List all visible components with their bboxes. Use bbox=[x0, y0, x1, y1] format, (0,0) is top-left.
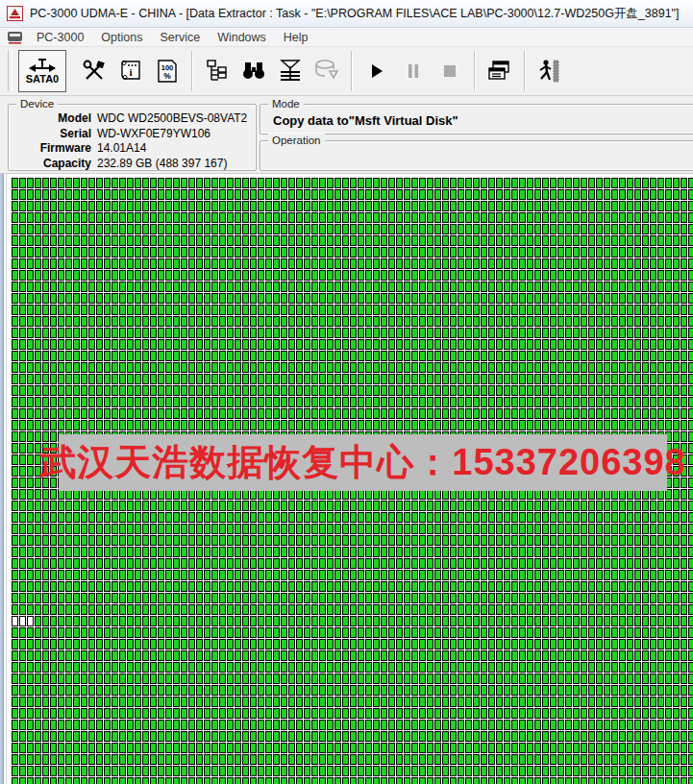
capacity-value: 232.89 GB (488 397 167) bbox=[97, 157, 227, 172]
pause-task-button-disabled bbox=[395, 51, 432, 91]
sata0-port-button[interactable]: SATA0 bbox=[18, 50, 66, 92]
watermark-banner: 武汉天浩数据恢复中心：15337206398 bbox=[59, 434, 667, 491]
capacity-label: Capacity bbox=[9, 157, 97, 172]
save-data-button-disabled bbox=[309, 51, 345, 91]
utility-tools-button[interactable] bbox=[76, 51, 112, 91]
menu-pc-3000[interactable]: PC-3000 bbox=[28, 30, 92, 45]
start-task-button[interactable] bbox=[359, 51, 395, 91]
toolbar-separator bbox=[524, 51, 526, 91]
model-label: Model bbox=[9, 111, 97, 127]
window-left-border bbox=[0, 174, 4, 784]
stop-icon bbox=[443, 64, 457, 78]
menu-windows[interactable]: Windows bbox=[209, 30, 275, 45]
doc-percent-text: % bbox=[163, 71, 171, 81]
tools-icon bbox=[83, 60, 106, 83]
mode-value: Copy data to"Msft Virtual Disk" bbox=[260, 105, 693, 128]
info-glyph: i bbox=[129, 66, 132, 78]
exit-running-man-icon bbox=[537, 59, 562, 84]
menu-service[interactable]: Service bbox=[151, 30, 209, 45]
device-fields: Model WDC WD2500BEVS-08VAT2 Serial WD-WX… bbox=[9, 111, 256, 171]
serial-value: WD-WXF0E79YW106 bbox=[97, 127, 210, 142]
operation-legend: Operation bbox=[268, 134, 325, 147]
exit-task-button[interactable] bbox=[532, 51, 568, 91]
tree-structure-icon bbox=[206, 59, 229, 84]
cascade-windows-icon bbox=[487, 60, 512, 83]
operation-groupbox: Operation bbox=[260, 140, 693, 171]
sata0-label: SATA0 bbox=[26, 73, 59, 85]
firmware-value: 14.01A14 bbox=[97, 141, 146, 157]
scroll-info-icon: i bbox=[118, 59, 143, 84]
watermark-text: 武汉天浩数据恢复中心：15337206398 bbox=[39, 438, 685, 487]
pause-icon bbox=[407, 63, 420, 79]
menu-help[interactable]: Help bbox=[275, 30, 317, 45]
device-legend: Device bbox=[16, 97, 58, 110]
drive-resources-button[interactable]: i bbox=[112, 51, 149, 91]
device-serial-row: Serial WD-WXF0E79YW106 bbox=[9, 127, 256, 142]
pc3000-window: { "window": { "title": "PC-3000 UDMA-E -… bbox=[0, 0, 693, 784]
stop-task-button-disabled bbox=[432, 51, 468, 91]
menu-bar: PC-3000 Options Service Windows Help bbox=[0, 28, 693, 47]
task-icon bbox=[7, 31, 24, 44]
sector-block-pending[interactable] bbox=[27, 616, 34, 626]
toolbar-separator bbox=[191, 51, 193, 91]
device-model-row: Model WDC WD2500BEVS-08VAT2 bbox=[9, 111, 256, 127]
binoculars-icon bbox=[241, 60, 266, 83]
mode-legend: Mode bbox=[268, 97, 304, 110]
sector-map-area: 武汉天浩数据恢复中心：15337206398 bbox=[0, 174, 693, 784]
task-status-button[interactable]: 100 % bbox=[149, 51, 186, 91]
search-sectors-button[interactable] bbox=[235, 51, 272, 91]
sata-bus-icon bbox=[28, 58, 57, 73]
menu-options[interactable]: Options bbox=[92, 30, 151, 45]
disk-copy-icon bbox=[313, 59, 340, 84]
build-map-button[interactable] bbox=[272, 51, 309, 91]
toolbar-grip bbox=[8, 51, 12, 91]
sector-block-pending[interactable] bbox=[19, 616, 26, 626]
folder-tree-button[interactable] bbox=[199, 51, 235, 91]
serial-label: Serial bbox=[9, 127, 97, 142]
device-firmware-row: Firmware 14.01A14 bbox=[9, 141, 256, 157]
toolbar-separator bbox=[351, 51, 353, 91]
device-groupbox: Device Model WDC WD2500BEVS-08VAT2 Seria… bbox=[8, 104, 257, 171]
toolbar-separator bbox=[474, 51, 476, 91]
mode-groupbox: Mode Copy data to"Msft Virtual Disk" bbox=[260, 104, 693, 135]
device-capacity-row: Capacity 232.89 GB (488 397 167) bbox=[9, 157, 256, 172]
model-value: WDC WD2500BEVS-08VAT2 bbox=[97, 111, 247, 127]
window-title: PC-3000 UDMA-E - CHINA - [Data Extractor… bbox=[30, 6, 680, 22]
windows-cascade-button[interactable] bbox=[482, 51, 518, 91]
info-panels: Device Model WDC WD2500BEVS-08VAT2 Seria… bbox=[0, 96, 693, 174]
ace-lab-logo-icon bbox=[7, 6, 23, 21]
doc-100-percent-icon: 100 % bbox=[156, 59, 179, 84]
play-icon bbox=[369, 63, 384, 79]
title-bar: PC-3000 UDMA-E - CHINA - [Data Extractor… bbox=[0, 0, 693, 28]
client-edge-line bbox=[6, 174, 7, 784]
firmware-label: Firmware bbox=[9, 141, 97, 157]
funnel-map-icon bbox=[278, 59, 303, 84]
toolbar: SATA0 i 100 % bbox=[0, 47, 693, 96]
sector-block-pending[interactable] bbox=[12, 616, 18, 626]
